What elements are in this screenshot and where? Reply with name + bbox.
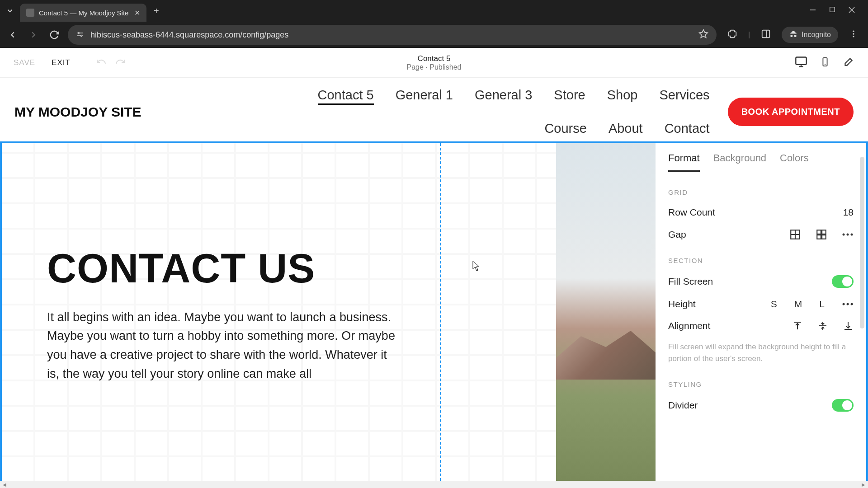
extensions-icon[interactable] [727,29,737,41]
divider-label: Divider [668,400,698,411]
body-text[interactable]: It all begins with an idea. Maybe you wa… [47,308,400,384]
align-top-icon[interactable] [792,320,803,331]
tab-favicon [26,9,34,17]
nav-link-shop[interactable]: Shop [607,88,638,105]
tab-title: Contact 5 — My Moodjoy Site [39,9,130,17]
align-bottom-icon[interactable] [843,320,854,331]
nav-link-contact[interactable]: Contact [665,121,710,136]
browser-tab[interactable]: Contact 5 — My Moodjoy Site ✕ [20,4,146,22]
reload-button[interactable] [47,28,61,42]
browser-toolbar: hibiscus-seabass-6444.squarespace.com/co… [0,22,868,48]
gap-tight-icon[interactable] [789,229,801,240]
close-icon[interactable] [848,6,855,15]
scroll-left-icon[interactable]: ◀ [3,482,6,487]
row-count-label: Row Count [668,207,715,218]
svg-point-7 [81,35,82,36]
save-button[interactable]: SAVE [14,58,35,67]
gap-wide-icon[interactable] [816,229,827,240]
site-header: MY MOODJOY SITE Contact 5General 1Genera… [0,78,868,141]
cursor-icon [472,261,481,274]
new-tab-button[interactable]: + [150,4,163,18]
svg-point-29 [847,234,849,236]
nav-link-general-1[interactable]: General 1 [396,88,453,105]
svg-point-31 [843,303,845,305]
gap-label: Gap [668,229,686,240]
site-settings-icon[interactable] [76,30,84,40]
main-area: CONTACT US It all begins with an idea. M… [0,141,868,481]
panel-tab-format[interactable]: Format [668,152,700,172]
app-content: SAVE EXIT Contact 5 Page · Published MY … [0,48,868,488]
exit-button[interactable]: EXIT [52,58,71,67]
mobile-view-icon[interactable] [820,56,830,70]
height-more-icon[interactable] [842,302,854,306]
horizontal-scrollbar[interactable]: ◀ ▶ [0,481,868,488]
nav-link-about[interactable]: About [609,121,643,136]
site-logo[interactable]: MY MOODJOY SITE [14,104,142,120]
align-middle-icon[interactable] [817,320,828,331]
incognito-badge[interactable]: Incognito [782,27,838,43]
grid-section-label: GRID [668,188,854,196]
gap-more-icon[interactable] [842,233,854,236]
style-brush-icon[interactable] [843,56,854,70]
svg-point-32 [847,303,849,305]
side-panel-icon[interactable] [761,29,771,41]
forward-button[interactable] [26,28,41,42]
page-info: Contact 5 Page · Published [407,54,462,71]
url-text: hibiscus-seabass-6444.squarespace.com/co… [90,30,692,40]
height-option-m[interactable]: M [794,299,802,310]
styling-section-label: STYLING [668,380,854,388]
nav-link-general-3[interactable]: General 3 [475,88,532,105]
heading-text[interactable]: CONTACT US [47,247,400,290]
fill-screen-toggle[interactable] [832,275,854,288]
height-row: Height SML [668,299,854,310]
svg-point-30 [851,234,853,236]
panel-tab-background[interactable]: Background [713,152,766,172]
nav-link-course[interactable]: Course [544,121,587,136]
book-appointment-button[interactable]: BOOK APPOINTMENT [728,98,854,126]
alignment-label: Alignment [668,320,710,331]
back-button[interactable] [5,28,20,42]
svg-point-13 [853,31,854,32]
redo-button[interactable] [115,56,126,69]
desktop-view-icon[interactable] [795,56,807,70]
format-panel: FormatBackgroundColors GRID Row Count 18… [656,141,868,481]
content-block[interactable]: CONTACT US It all begins with an idea. M… [47,247,400,384]
svg-rect-27 [822,235,826,239]
nav-link-store[interactable]: Store [554,88,585,105]
page-name: Contact 5 [407,54,462,63]
address-bar[interactable]: hibiscus-seabass-6444.squarespace.com/co… [68,25,717,45]
row-count-row[interactable]: Row Count 18 [668,207,854,218]
svg-rect-19 [823,57,827,66]
maximize-icon[interactable] [829,6,835,15]
panel-tab-colors[interactable]: Colors [780,152,809,172]
svg-point-15 [853,36,854,37]
window-controls [809,6,864,15]
undo-button[interactable] [96,56,107,69]
height-option-l[interactable]: L [819,299,825,310]
minimize-icon[interactable] [809,6,816,15]
svg-point-4 [78,32,80,33]
row-count-value[interactable]: 18 [843,207,854,218]
nav-link-contact-5[interactable]: Contact 5 [318,88,374,105]
tab-strip: Contact 5 — My Moodjoy Site ✕ + [0,0,868,22]
height-label: Height [668,299,696,310]
scroll-right-icon[interactable]: ▶ [862,482,865,487]
bookmark-icon[interactable] [698,29,708,41]
nav-link-services[interactable]: Services [659,88,709,105]
panel-scrollbar[interactable] [860,157,864,328]
page-status: Page · Published [407,63,462,71]
editor-canvas[interactable]: CONTACT US It all begins with an idea. M… [0,141,656,481]
menu-icon[interactable] [849,29,858,40]
divider-toggle[interactable] [832,399,854,412]
tab-search-dropdown[interactable] [4,5,16,17]
svg-rect-24 [817,230,821,234]
svg-rect-16 [796,57,806,64]
fill-screen-row: Fill Screen [668,275,854,288]
divider-row: Divider [668,399,854,412]
svg-point-28 [843,234,845,236]
panel-tabs: FormatBackgroundColors [668,143,854,172]
tab-close-icon[interactable]: ✕ [134,9,140,17]
hero-image[interactable] [556,143,656,481]
height-option-s[interactable]: S [771,299,777,310]
svg-rect-26 [817,235,821,239]
